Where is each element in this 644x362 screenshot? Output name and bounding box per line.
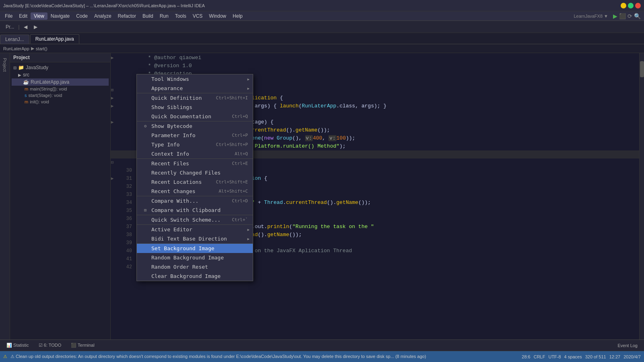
menu-recently-changed[interactable]: Recently Changed Files: [137, 168, 253, 177]
scrollbar[interactable]: [639, 53, 644, 339]
menu-random-order-reset[interactable]: Random Order Reset: [137, 262, 253, 272]
menu-parameter-info[interactable]: Parameter Info Ctrl+P: [137, 131, 253, 140]
menu-quick-switch[interactable]: Quick Switch Scheme... Ctrl+`: [137, 215, 253, 224]
menu-set-background[interactable]: Set Background Image: [137, 244, 253, 253]
project-header: Project: [10, 53, 110, 62]
project-panel: Project ⊟ 📁 JavaStudy ▶ src ☕ RunLaterAp…: [10, 53, 111, 339]
menu-section-5: Compare With... Ctrl+D ⊞ Compare with Cl…: [137, 196, 253, 215]
compare-clipboard-icon: ⊞: [142, 208, 149, 213]
title-bar: JavaStudy [E:\code\IdeaCode\JavaStudy] –…: [0, 0, 644, 11]
menu-section-4: Recent Files Ctrl+E Recently Changed Fil…: [137, 158, 253, 196]
toolbar-forward-btn[interactable]: ▶: [31, 23, 40, 31]
menu-view[interactable]: View: [31, 12, 47, 20]
menu-compare-clipboard[interactable]: ⊞ Compare with Clipboard: [137, 206, 253, 215]
menu-analyze[interactable]: Analyze: [91, 12, 115, 20]
todo-tab[interactable]: ☑ 6: TODO: [35, 342, 65, 349]
menu-vcs[interactable]: VCS: [190, 12, 206, 20]
menu-edit[interactable]: Edit: [16, 12, 31, 20]
tabs-bar: LeranJ... RunLaterApp.java: [0, 33, 644, 44]
breadcrumb-method[interactable]: start(): [36, 46, 47, 51]
menu-quick-documentation[interactable]: Quick Documentation Ctrl+Q: [137, 112, 253, 121]
menu-tool-windows[interactable]: Tool Windows: [137, 74, 253, 84]
indent[interactable]: 4 spaces: [564, 354, 582, 359]
bytecode-icon: ⚙: [142, 123, 149, 129]
tree-item[interactable]: ▶ src: [12, 71, 109, 78]
maximize-button[interactable]: [628, 3, 634, 8]
warning-icon: ⚠: [3, 354, 7, 359]
menu-section-1: Tool Windows Appearance: [137, 74, 253, 93]
menu-refactor[interactable]: Refactor: [115, 12, 139, 20]
terminal-tab[interactable]: ⬛ Terminal: [68, 342, 97, 349]
line-ending[interactable]: CRLF: [534, 354, 545, 359]
main-layout: Project Project ⊟ 📁 JavaStudy ▶ src ☕ Ru…: [0, 53, 644, 339]
menu-appearance[interactable]: Appearance: [137, 84, 253, 93]
menu-context-info[interactable]: Context Info Alt+Q: [137, 149, 253, 158]
code-line: ▶ * @author qiaowei: [111, 54, 639, 62]
menu-section-2: Quick Definition Ctrl+Shift+I Show Sibli…: [137, 93, 253, 121]
menu-random-background[interactable]: Random Background Image: [137, 253, 253, 262]
date: 2020/4/7: [623, 354, 641, 359]
tree-item-runlater[interactable]: ☕ RunLaterApp.java: [12, 78, 109, 86]
menu-show-siblings[interactable]: Show Siblings: [137, 103, 253, 112]
tab-runlater[interactable]: RunLaterApp.java: [30, 34, 79, 44]
menu-show-bytecode[interactable]: ⚙ Show Bytecode: [137, 121, 253, 131]
menu-clear-background[interactable]: Clear Background Image: [137, 272, 253, 281]
status-bar: ⚠ ⚠ Clean up old output directories: An …: [0, 351, 644, 362]
tree-item-init[interactable]: m init(): void: [12, 99, 109, 105]
menu-window[interactable]: Window: [206, 12, 229, 20]
breadcrumb: RunLaterApp ▶ start(): [0, 44, 644, 53]
menu-recent-locations[interactable]: Recent Locations Ctrl+Shift+E: [137, 177, 253, 187]
tab-leran[interactable]: LeranJ...: [0, 35, 29, 44]
menu-recent-changes[interactable]: Recent Changes Alt+Shift+C: [137, 187, 253, 196]
menu-compare-with[interactable]: Compare With... Ctrl+D: [137, 196, 253, 206]
clock: 12:27: [609, 354, 621, 359]
menu-code[interactable]: Code: [73, 12, 91, 20]
menu-section-8: Set Background Image Random Background I…: [137, 243, 253, 281]
project-tab[interactable]: Project: [1, 56, 9, 73]
menu-section-6: Quick Switch Scheme... Ctrl+`: [137, 215, 253, 224]
close-button[interactable]: [635, 3, 641, 8]
toolbar-project-btn[interactable]: Pr...: [3, 23, 17, 31]
tree-item-main[interactable]: m main(String[]): void: [12, 86, 109, 92]
event-log-btn[interactable]: Event Log: [614, 342, 641, 349]
statistic-tab[interactable]: 📊 Statistic: [3, 342, 32, 349]
minimize-button[interactable]: [621, 3, 626, 8]
cursor-position[interactable]: 28:6: [522, 354, 530, 359]
bottom-tabs: 📊 Statistic ☑ 6: TODO ⬛ Terminal Event L…: [0, 339, 644, 351]
menu-run[interactable]: Run: [157, 12, 172, 20]
title-text: JavaStudy [E:\code\IdeaCode\JavaStudy] –…: [3, 3, 621, 8]
menu-file[interactable]: File: [2, 12, 16, 20]
menu-tools[interactable]: Tools: [172, 12, 190, 20]
menu-navigate[interactable]: Navigate: [47, 12, 73, 20]
menu-active-editor[interactable]: Active Editor: [137, 225, 253, 234]
line-count: 320 of 511: [585, 354, 606, 359]
code-line: * @version 1.0: [111, 62, 639, 70]
project-tree: ⊟ 📁 JavaStudy ▶ src ☕ RunLaterApp.java m…: [10, 62, 110, 107]
editor-area[interactable]: ▶ * @author qiaowei * @version 1.0 * @de…: [111, 53, 639, 339]
menu-bar: File Edit View Navigate Code Analyze Ref…: [0, 11, 644, 21]
toolbar-back-btn[interactable]: ◀: [21, 23, 30, 31]
menu-help[interactable]: Help: [229, 12, 246, 20]
view-menu-dropdown: Tool Windows Appearance Quick Definition…: [136, 74, 253, 281]
menu-build[interactable]: Build: [139, 12, 157, 20]
menu-bidi-text[interactable]: Bidi Text Base Direction: [137, 234, 253, 243]
toolbar: Pr... | ◀ ▶: [0, 21, 644, 33]
menu-type-info[interactable]: Type Info Ctrl+Shift+P: [137, 140, 253, 149]
tree-item-start[interactable]: s start(Stage): void: [12, 92, 109, 99]
left-sidebar: Project: [0, 53, 10, 339]
menu-section-3: ⚙ Show Bytecode Parameter Info Ctrl+P Ty…: [137, 121, 253, 158]
encoding[interactable]: UTF-8: [548, 354, 561, 359]
status-message: ⚠ Clean up old output directories: An ou…: [10, 354, 518, 359]
tree-item[interactable]: ⊟ 📁 JavaStudy: [12, 64, 109, 71]
menu-quick-definition[interactable]: Quick Definition Ctrl+Shift+I: [137, 93, 253, 103]
breadcrumb-class[interactable]: RunLaterApp: [3, 46, 29, 51]
menu-section-7: Active Editor Bidi Text Base Direction: [137, 224, 253, 243]
menu-recent-files[interactable]: Recent Files Ctrl+E: [137, 159, 253, 168]
